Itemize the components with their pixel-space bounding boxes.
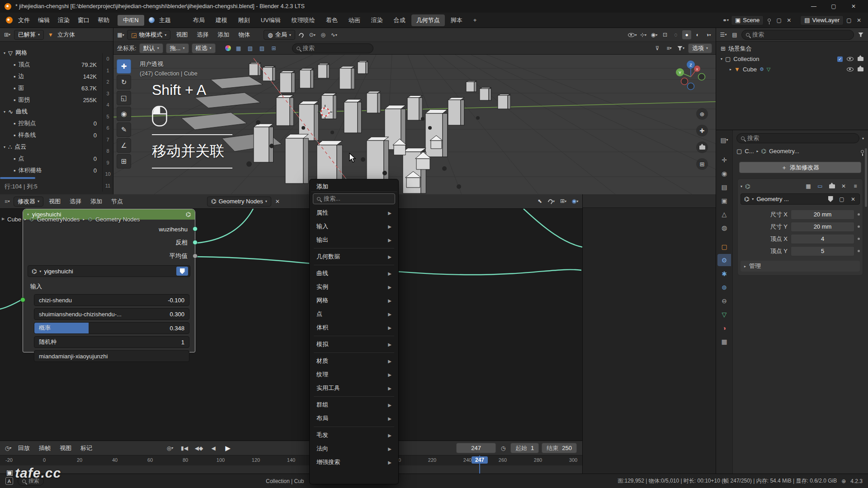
- menu-item-mesh[interactable]: 网格▶: [311, 294, 397, 307]
- tree-row[interactable]: ▪点0: [4, 153, 113, 164]
- zoom-icon[interactable]: ⊕: [696, 108, 708, 120]
- timeline-ruler[interactable]: -20 0 20 40 60 80 100 120 140 160 180 20…: [0, 455, 582, 474]
- menu-item-material[interactable]: 材质▶: [311, 354, 397, 368]
- menu-view[interactable]: 视图: [45, 197, 64, 206]
- workspace-tab-animation[interactable]: 动画: [344, 14, 365, 26]
- menu-item-layout[interactable]: 布局▶: [311, 412, 397, 425]
- workspace-tab-layout[interactable]: 布局: [188, 14, 210, 26]
- mirror-y-icon[interactable]: ▧: [246, 44, 255, 53]
- menu-playback[interactable]: 回放: [14, 444, 33, 452]
- tab-data[interactable]: ▽: [717, 308, 731, 320]
- workspace-tab-modeling[interactable]: 建模: [211, 14, 232, 26]
- tree-row[interactable]: ▪面拐255K: [4, 94, 113, 106]
- workspace-tab-rendering[interactable]: 渲染: [366, 14, 388, 26]
- editor-type-icon[interactable]: ▤▾: [717, 134, 731, 146]
- node-context-dropdown[interactable]: 修改器▾: [14, 197, 43, 206]
- frame-start-field[interactable]: 起始 1: [510, 443, 539, 453]
- tree-row[interactable]: ▪体积栅格0: [4, 164, 113, 176]
- output-socket[interactable]: [193, 226, 198, 231]
- scene-pin-icon[interactable]: [764, 16, 774, 25]
- manage-subpanel-header[interactable]: ▸ 管理: [741, 261, 860, 272]
- menu-add[interactable]: 添加: [87, 197, 106, 206]
- node-input-slider[interactable]: 概率 0.348: [34, 322, 189, 334]
- viewlayer-new-icon[interactable]: ▢: [844, 16, 854, 25]
- add-cube-tool-button[interactable]: ⊞: [117, 154, 131, 169]
- preset-dropdown[interactable]: 默认▾: [139, 43, 163, 53]
- output-socket[interactable]: [193, 253, 198, 258]
- menu-item-attribute[interactable]: 属性▶: [311, 206, 397, 220]
- color-wheel-icon[interactable]: [225, 45, 231, 52]
- visibility-dropdown[interactable]: ▾: [628, 30, 637, 39]
- value-field[interactable]: 20 mm: [791, 222, 854, 232]
- menu-object[interactable]: 物体: [235, 31, 254, 39]
- editor-type-icon[interactable]: ⊞▾: [3, 30, 12, 39]
- editor-type-icon[interactable]: ◷▾: [4, 444, 13, 453]
- menu-window[interactable]: 窗口: [74, 16, 93, 24]
- pan-hand-icon[interactable]: ✚: [696, 125, 708, 136]
- rotate-tool-button[interactable]: ↻: [117, 75, 131, 89]
- sidebar-toggle-icon[interactable]: ▸: [2, 215, 5, 222]
- add-workspace-button[interactable]: +: [468, 15, 482, 25]
- filter-dropdown-icon[interactable]: ▾: [676, 44, 685, 53]
- xray-toggle-icon[interactable]: ⊡: [660, 30, 670, 39]
- disable-render-icon[interactable]: [858, 67, 863, 71]
- tab-object[interactable]: ▢: [717, 240, 731, 253]
- expand-icon[interactable]: ▾: [721, 57, 722, 61]
- snap-grid-icon[interactable]: ⊞: [269, 44, 278, 53]
- copy-datablock-icon[interactable]: ▢: [837, 195, 846, 204]
- annotate-tool-button[interactable]: ✎: [117, 122, 131, 137]
- viewlayer-remove-icon[interactable]: ✕: [854, 16, 863, 25]
- prev-frame-button[interactable]: ◀: [209, 444, 218, 453]
- tab-output[interactable]: ▤: [717, 181, 731, 193]
- hide-viewport-icon[interactable]: [847, 57, 854, 61]
- nodegroup-datablock-selector[interactable]: ⌬▾ yigeshuichi: [28, 265, 190, 277]
- workspace-tab-uv[interactable]: UV编辑: [256, 14, 286, 26]
- workspace-tab-compositing[interactable]: 合成: [389, 14, 410, 26]
- fake-user-icon[interactable]: [826, 195, 835, 204]
- vertical-scrollbar[interactable]: [865, 148, 867, 207]
- animate-dot[interactable]: [858, 238, 860, 240]
- bookmark-icon[interactable]: ⊽: [653, 44, 662, 53]
- horizontal-scrollbar[interactable]: [0, 177, 35, 179]
- expand-icon[interactable]: ▸: [730, 67, 731, 71]
- scene-new-icon[interactable]: ▢: [774, 16, 783, 25]
- mirror-x-icon[interactable]: ▦: [234, 44, 243, 53]
- shading-material-icon[interactable]: ◐: [693, 30, 702, 39]
- jump-to-start-button[interactable]: ▮◀: [180, 444, 189, 453]
- editor-type-icon[interactable]: ⌗▾: [3, 197, 12, 206]
- nodegroup-datablock-selector[interactable]: ⌬▾ Geometry ... ▢ ✕: [741, 193, 860, 205]
- scale-tool-button[interactable]: ◱: [117, 91, 131, 105]
- tab-physics[interactable]: ⊚: [717, 281, 731, 293]
- dataset-dropdown[interactable]: 已解算▾: [14, 30, 44, 40]
- node-input-field[interactable]: shuimianshendu-chizishendu-... 0.300: [34, 308, 189, 320]
- tree-row[interactable]: ▪控制点0: [4, 117, 113, 129]
- orientation-dropdown[interactable]: ◍全局▾: [264, 30, 295, 40]
- tree-row[interactable]: ▪面63.7K: [4, 82, 113, 94]
- tree-group-curve[interactable]: ▾∿曲线: [4, 106, 113, 117]
- tab-constraints[interactable]: ⊖: [717, 295, 731, 307]
- camera-view-icon[interactable]: [696, 141, 708, 153]
- blender-menu-icon[interactable]: [5, 16, 14, 25]
- editor-type-icon[interactable]: ☰▾: [719, 30, 728, 39]
- menu-select[interactable]: 选择: [66, 197, 85, 206]
- filter-dropdown-icon[interactable]: ▾: [862, 136, 864, 141]
- mirror-z-icon[interactable]: ▨: [258, 44, 267, 53]
- menu-theme[interactable]: 主题: [156, 16, 175, 24]
- axis-gizmo[interactable]: Z Y X: [671, 57, 710, 96]
- menu-node[interactable]: 节点: [108, 197, 127, 206]
- menu-render[interactable]: 渲染: [54, 16, 73, 24]
- node-input-field[interactable]: chizi-shendu -0.100: [34, 294, 189, 306]
- realtime-toggle[interactable]: ▭: [816, 182, 825, 191]
- editor-type-icon[interactable]: ▦▾: [116, 30, 125, 39]
- group-node[interactable]: ▾ yigeshuichi ⌬ wuziheshu 反相 平均值 ⌬▾ yige…: [23, 209, 195, 352]
- maximize-button[interactable]: ▢: [824, 0, 844, 13]
- display-mode-icon[interactable]: ▤: [730, 30, 739, 39]
- collection-checkbox[interactable]: ✓: [837, 56, 843, 62]
- tab-modifiers[interactable]: ⚙: [717, 254, 731, 266]
- overlays-dropdown[interactable]: ◉▾: [650, 30, 659, 39]
- measure-tool-button[interactable]: ∠: [117, 138, 131, 153]
- menu-item-utilities[interactable]: 实用工具▶: [311, 381, 397, 395]
- menu-add[interactable]: 添加: [214, 31, 233, 39]
- unlink-datablock-icon[interactable]: ✕: [849, 195, 858, 204]
- modifier-header[interactable]: ▾ ⌬ ▦ ▭ ✕ ≡: [741, 181, 860, 192]
